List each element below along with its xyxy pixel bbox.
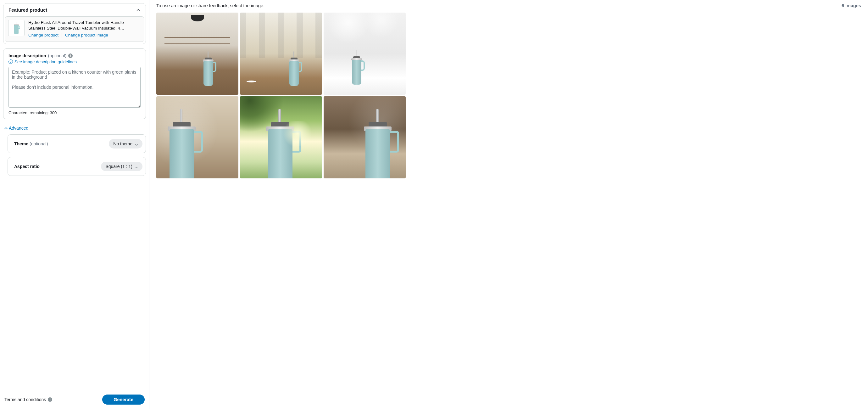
- advanced-label: Advanced: [9, 125, 28, 130]
- featured-product-header[interactable]: Featured product: [3, 3, 146, 17]
- sidebar: Featured product Hydro Flask All Around …: [0, 0, 149, 409]
- product-name: Hydro Flask All Around Travel Tumbler wi…: [28, 20, 141, 31]
- chevron-up-icon: [136, 8, 141, 12]
- separator: [62, 33, 62, 38]
- theme-optional: (optional): [30, 141, 48, 146]
- instruction-text: To use an image or share feedback, selec…: [156, 3, 265, 8]
- advanced-toggle[interactable]: Advanced: [3, 124, 146, 134]
- generate-button[interactable]: Generate: [102, 395, 145, 405]
- main-content: To use an image or share feedback, selec…: [149, 0, 868, 409]
- generated-image-3[interactable]: [323, 12, 406, 95]
- generated-image-1[interactable]: [156, 12, 238, 95]
- help-icon: ?: [8, 59, 13, 64]
- chevron-down-icon: [135, 165, 138, 168]
- theme-dropdown[interactable]: No theme: [109, 139, 143, 148]
- chevron-down-icon: [135, 142, 138, 145]
- info-icon[interactable]: i: [48, 397, 52, 402]
- generated-image-2[interactable]: [240, 12, 322, 95]
- theme-value: No theme: [113, 141, 132, 146]
- change-product-image-link[interactable]: Change product image: [65, 32, 108, 38]
- product-card: Hydro Flask All Around Travel Tumbler wi…: [5, 17, 144, 42]
- optional-label: (optional): [48, 53, 66, 58]
- image-description-input[interactable]: [8, 67, 141, 108]
- generated-image-4[interactable]: [156, 96, 238, 178]
- image-grid: [156, 12, 408, 178]
- theme-label: Theme: [14, 141, 28, 146]
- aspect-ratio-label: Aspect ratio: [14, 164, 40, 169]
- generated-image-5[interactable]: [240, 96, 322, 178]
- chevron-up-icon: [4, 126, 7, 130]
- product-thumbnail: [8, 20, 25, 36]
- image-description-label: Image description: [8, 53, 46, 58]
- change-product-link[interactable]: Change product: [28, 32, 59, 38]
- guidelines-link[interactable]: See image description guidelines: [14, 59, 77, 64]
- char-remaining: Characters remaining: 300: [8, 111, 141, 115]
- image-description-panel: Image description (optional) i ? See ima…: [3, 49, 146, 119]
- theme-row: Theme (optional) No theme: [7, 134, 146, 153]
- aspect-ratio-dropdown[interactable]: Square (1 : 1): [101, 162, 143, 171]
- terms-link[interactable]: Terms and conditions: [4, 397, 46, 402]
- aspect-ratio-value: Square (1 : 1): [105, 164, 132, 169]
- sidebar-footer: Terms and conditions i Generate: [0, 390, 149, 406]
- info-icon[interactable]: i: [68, 54, 73, 58]
- featured-product-title: Featured product: [8, 7, 47, 12]
- featured-product-panel: Featured product Hydro Flask All Around …: [3, 3, 146, 44]
- aspect-ratio-row: Aspect ratio Square (1 : 1): [7, 157, 146, 176]
- image-count: 6 images: [842, 3, 861, 8]
- generated-image-6[interactable]: [323, 96, 406, 178]
